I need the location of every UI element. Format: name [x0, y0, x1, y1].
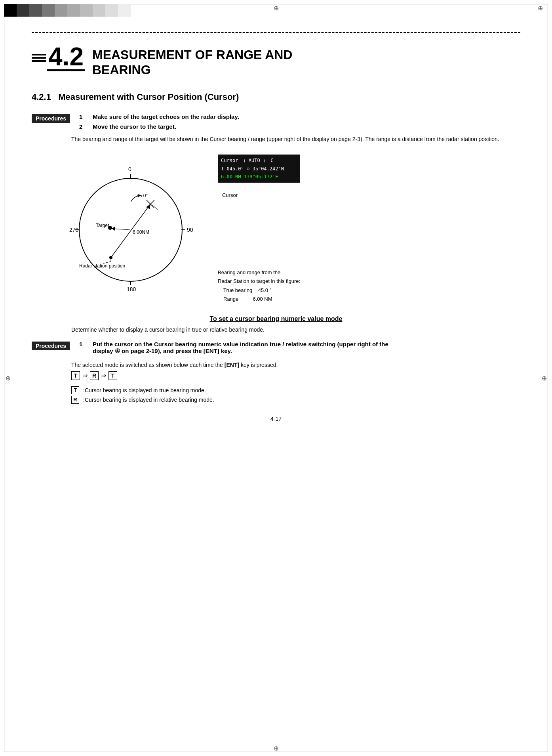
mode-box-t1: T: [71, 371, 80, 380]
svg-text:45.0°: 45.0°: [137, 193, 148, 199]
right-panel: Cursor （ AUTO ） C T 045.0° ⊕ 35°04.242'N…: [218, 151, 300, 304]
arrow-1: ⇒: [82, 372, 88, 379]
crosshair-left-mid: ⊕: [4, 374, 12, 382]
bearing-info-intro: Bearing and range from the: [218, 268, 300, 277]
tr-box-t: T: [71, 386, 79, 394]
mode-box-t2: T: [108, 371, 117, 380]
set-section-title: To set a cursor bearing numeric value mo…: [32, 315, 520, 323]
section-number: 4.2: [32, 44, 85, 71]
crosshair-right-top: ⊕: [536, 4, 544, 12]
svg-line-19: [152, 205, 158, 210]
subsection-text: Measurement with Cursor Position (Cursor…: [58, 92, 239, 102]
bearing-info-line2: Radar Station to target in this figure:: [218, 277, 300, 286]
arrow-2: ⇒: [101, 372, 106, 379]
tr-row-r: R :Cursor bearing is displayed in relati…: [71, 396, 520, 404]
radar-diagram: 0 90 180 270 45.0°: [63, 151, 206, 295]
procedures-badge-2: Procedures: [32, 342, 70, 350]
tr-row-t: T :Cursor bearing is displayed in true b…: [71, 386, 520, 394]
top-bar: [4, 4, 131, 17]
svg-marker-18: [112, 227, 115, 231]
num-line-1: [32, 54, 46, 55]
svg-text:180: 180: [127, 286, 136, 292]
cursor-info-box: Cursor （ AUTO ） C T 045.0° ⊕ 35°04.242'N…: [218, 155, 300, 183]
subsection-number: 4.2.1: [32, 92, 51, 102]
tr-label-r: :Cursor bearing is displayed in relative…: [83, 397, 214, 403]
bearing-label: True bearing: [223, 287, 252, 293]
num-line-2: [32, 57, 46, 59]
set-section-description: Determine whether to display a cursor be…: [71, 326, 520, 333]
steps-1-container: 1 Make sure of the target echoes on the …: [79, 113, 239, 133]
mode-description: The selected mode is switched as shown b…: [71, 362, 520, 368]
crosshair-right-mid: ⊕: [540, 374, 548, 382]
svg-text:6.00NM: 6.00NM: [133, 229, 149, 235]
step-num-1: 1: [79, 113, 87, 120]
range-value: 6.00 NM: [253, 296, 272, 302]
section-title-line2: BEARING: [92, 62, 292, 77]
section-num-box: 4.2: [47, 44, 85, 71]
bearing-info-range: Range 6.00 NM: [223, 295, 300, 304]
bearing-value: 45.0 °: [258, 287, 272, 293]
page-number: 4-17: [32, 416, 520, 422]
svg-text:90: 90: [187, 227, 193, 233]
tr-descriptions: T :Cursor bearing is displayed in true b…: [71, 386, 520, 404]
procedures-block-1: Procedures 1 Make sure of the target ech…: [32, 113, 520, 133]
crosshair-bottom: ⊕: [272, 744, 280, 752]
section-title: MEASUREMENT OF RANGE AND BEARING: [92, 44, 292, 78]
bearing-info: Bearing and range from the Radar Station…: [218, 268, 300, 303]
radar-svg: 0 90 180 270 45.0°: [63, 151, 206, 293]
num-line-3: [32, 60, 46, 62]
svg-text:0: 0: [128, 166, 131, 172]
set-section: To set a cursor bearing numeric value mo…: [32, 315, 520, 333]
step-1-1: 1 Make sure of the target echoes on the …: [79, 113, 239, 120]
bottom-line: [32, 740, 520, 740]
mode-desc-text2: key is pressed.: [241, 362, 278, 368]
ent-key-bold: [ENT]: [225, 362, 239, 368]
section-title-line1: MEASUREMENT OF RANGE AND: [92, 47, 292, 62]
main-content: 4.2 MEASUREMENT OF RANGE AND BEARING 4.2…: [32, 32, 520, 426]
section-header: 4.2 MEASUREMENT OF RANGE AND BEARING: [32, 44, 520, 78]
range-label: Range: [223, 296, 238, 302]
cursor-label: Cursor: [222, 192, 238, 198]
tr-box-r: R: [71, 396, 79, 404]
subsection-title: 4.2.1 Measurement with Cursor Position (…: [32, 92, 520, 102]
diagram-area: 0 90 180 270 45.0°: [63, 151, 520, 304]
cursor-box-line2: T 045.0° ⊕ 35°04.242'N: [221, 165, 297, 173]
mode-desc-text: The selected mode is switched as shown b…: [71, 362, 225, 368]
description-1: The bearing and range of the target will…: [71, 135, 520, 143]
svg-text:Target: Target: [96, 223, 109, 228]
step-1-2: 2 Move the cursor to the target.: [79, 123, 239, 130]
svg-text:270: 270: [69, 227, 79, 233]
crosshair-top: ⊕: [272, 4, 280, 12]
step-num-2: 2: [79, 123, 87, 130]
step-2-text-1: Put the cursor on the Cursor bearing num…: [93, 341, 409, 355]
step-text-2: Move the cursor to the target.: [93, 123, 176, 130]
cursor-box-line1: Cursor （ AUTO ） C: [221, 157, 297, 164]
step-text-1: Make sure of the target echoes on the ra…: [93, 113, 239, 120]
svg-text:Radar station position: Radar station position: [79, 263, 125, 269]
step-2-num-1: 1: [79, 341, 87, 355]
procedures-badge-1: Procedures: [32, 114, 70, 123]
cursor-box-line3: 6.00 NM 139°05.172'E: [221, 173, 297, 181]
bearing-info-bearing: True bearing 45.0 °: [223, 286, 300, 295]
dashed-separator: [32, 32, 520, 33]
steps-2-container: 1 Put the cursor on the Cursor bearing n…: [79, 341, 409, 358]
mode-switch: T ⇒ R ⇒ T: [71, 371, 520, 380]
step-2-1: 1 Put the cursor on the Cursor bearing n…: [79, 341, 409, 355]
procedures-block-2: Procedures 1 Put the cursor on the Curso…: [32, 341, 520, 358]
tr-label-t: :Cursor bearing is displayed in true bea…: [83, 387, 206, 393]
mode-box-r: R: [90, 371, 99, 380]
section-num-lines: [32, 54, 46, 62]
